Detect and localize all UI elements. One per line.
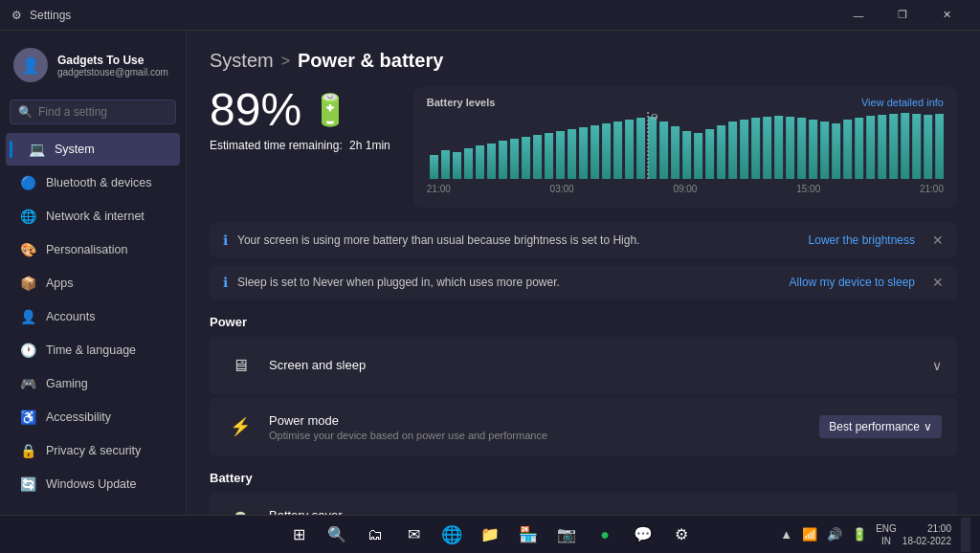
taskbar-photos[interactable]: 📷 [549,518,584,552]
svg-rect-14 [590,125,599,179]
personalisation-icon: 🎨 [19,241,36,258]
search-box[interactable]: 🔍 [10,100,176,124]
svg-rect-7 [510,139,519,179]
notification-1: ℹ Your screen is using more battery than… [210,223,957,257]
user-profile[interactable]: 👤 Gadgets To Use gadgetstouse@gmail.com [0,40,186,96]
sidebar-item-winupdate[interactable]: 🔄Windows Update [6,468,180,500]
taskbar-edge[interactable]: 🌐 [434,518,469,552]
sidebar-item-label-accounts: Accounts [46,310,95,323]
apps-icon: 📦 [19,275,36,292]
search-input[interactable] [38,105,167,119]
titlebar-controls: — ❐ ✕ [836,0,969,31]
sidebar-item-time[interactable]: 🕐Time & language [6,334,180,366]
avatar: 👤 [13,48,48,82]
svg-rect-0 [430,155,438,179]
battery-icon-large: 🔋 [311,95,349,125]
battery-section-title: Battery [210,471,957,485]
sidebar-item-apps[interactable]: 📦Apps [6,267,180,299]
svg-rect-5 [487,144,496,179]
svg-rect-26 [728,122,737,179]
taskbar-mail[interactable]: ✉ [396,518,431,552]
notification-action-1[interactable]: Lower the brightness [809,233,915,247]
sidebar-item-label-apps: Apps [46,276,74,290]
taskbar-datetime[interactable]: 21:0018-02-2022 [902,522,951,547]
taskbar-spotify[interactable]: ● [588,518,622,552]
screen-sleep-icon: 🖥 [225,350,256,381]
breadcrumb-parent: System [210,50,274,72]
sidebar-item-label-winupdate: Windows Update [46,477,137,491]
settings-icon: ⚙ [11,9,22,22]
svg-rect-9 [533,135,542,179]
taskbar-lang[interactable]: ENGIN [876,522,897,547]
taskbar-network-icon[interactable]: 📶 [799,525,820,543]
taskbar-sys-icons: ▲ 📶 🔊 🔋 [777,525,870,543]
sidebar-item-privacy[interactable]: 🔒Privacy & security [6,434,180,467]
svg-rect-10 [545,133,553,179]
sidebar-item-label-personalisation: Personalisation [46,243,127,256]
taskbar-volume-icon[interactable]: 🔊 [824,525,845,543]
taskbar-show-desktop[interactable] [961,518,970,552]
power-mode-title: Power mode [269,413,806,428]
sidebar-item-network[interactable]: 🌐Network & internet [6,200,180,232]
active-bar [10,141,12,158]
user-info: Gadgets To Use gadgetstouse@gmail.com [57,54,168,77]
close-button[interactable]: ✕ [924,0,969,31]
sidebar-item-label-time: Time & language [46,343,136,357]
notification-action-2[interactable]: Allow my device to sleep [790,276,915,289]
taskbar-up-arrow[interactable]: ▲ [777,525,795,543]
sidebar-item-label-gaming: Gaming [46,377,88,390]
chart-link[interactable]: View detailed info [861,97,944,108]
chart-area: 0 21:00 03:00 09:00 15:00 21:00 [427,112,944,198]
user-email: gadgetstouse@gmail.com [57,67,168,77]
sidebar-item-label-privacy: Privacy & security [46,444,141,457]
svg-rect-11 [556,131,565,179]
sidebar-item-personalisation[interactable]: 🎨Personalisation [6,233,180,266]
info-icon-1: ℹ [223,232,228,248]
minimize-button[interactable]: — [836,0,880,31]
estimated-time: Estimated time remaining: 2h 1min [210,139,390,152]
gaming-icon: 🎮 [19,375,36,392]
system-icon: 💻 [28,141,45,158]
svg-rect-30 [774,116,783,179]
titlebar-title: Settings [30,9,71,22]
svg-rect-41 [901,113,909,179]
battery-percentage-display: 89% 🔋 [210,87,390,133]
sidebar-item-accounts[interactable]: 👤Accounts [6,300,180,333]
svg-rect-2 [453,152,461,179]
screen-sleep-chevron: ∨ [932,358,942,373]
sidebar-item-gaming[interactable]: 🎮Gaming [6,367,180,400]
user-name: Gadgets To Use [57,54,168,67]
screen-sleep-title: Screen and sleep [269,358,919,372]
sidebar-item-system[interactable]: 💻System [6,133,180,166]
screen-sleep-content: Screen and sleep [269,358,919,374]
taskbar-explorer[interactable]: 📁 [473,518,507,552]
network-icon: 🌐 [19,208,36,225]
sidebar-item-accessibility[interactable]: ♿Accessibility [6,401,180,433]
notification-close-1[interactable]: ✕ [932,232,944,248]
taskbar-start[interactable]: ⊞ [281,518,316,552]
power-mode-item[interactable]: ⚡ Power mode Optimise your device based … [210,398,957,455]
taskbar-whatsapp[interactable]: 💬 [626,518,660,552]
notification-close-2[interactable]: ✕ [932,275,944,290]
taskbar-battery-icon[interactable]: 🔋 [849,525,870,543]
sidebar-item-label-system: System [55,143,95,156]
battery-chart-svg: 0 [427,112,944,179]
power-mode-dropdown[interactable]: Best performance ∨ [819,415,942,438]
svg-rect-21 [671,126,679,179]
restore-button[interactable]: ❐ [880,0,924,31]
taskbar-search[interactable]: 🔍 [320,518,354,552]
dropdown-chevron: ∨ [924,420,932,433]
taskbar-settings-pin[interactable]: ⚙ [664,518,699,552]
main-content: System > Power & battery 89% 🔋 Estimated… [187,31,980,553]
accessibility-icon: ♿ [19,409,36,426]
taskbar-taskview[interactable]: 🗂 [358,518,392,552]
svg-rect-12 [568,129,576,179]
sidebar-item-bluetooth[interactable]: 🔵Bluetooth & devices [6,166,180,199]
nav-list: 💻System🔵Bluetooth & devices🌐Network & in… [0,132,186,501]
privacy-icon: 🔒 [19,442,36,459]
battery-percent-value: 89% [210,87,301,133]
app-container: 👤 Gadgets To Use gadgetstouse@gmail.com … [0,31,980,553]
taskbar-store[interactable]: 🏪 [511,518,546,552]
svg-rect-32 [797,118,806,179]
screen-sleep-item[interactable]: 🖥 Screen and sleep ∨ [210,337,957,394]
